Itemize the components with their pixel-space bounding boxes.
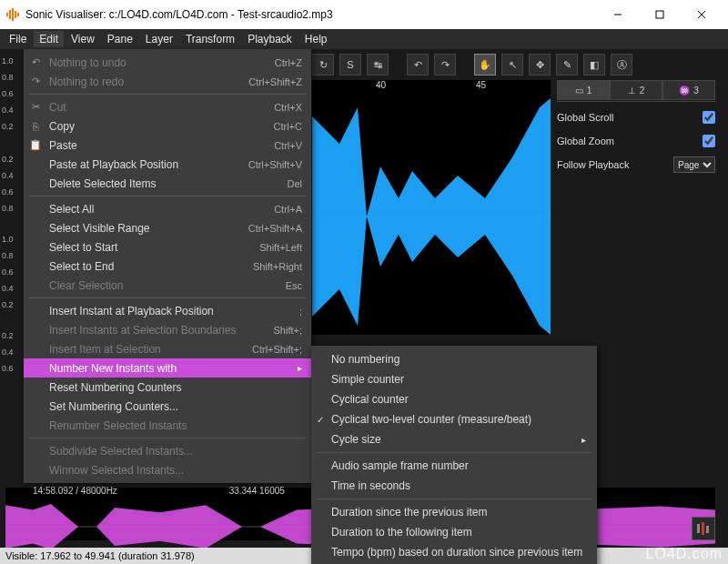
menu-item-label: Number New Instants with [49,362,177,375]
activity-indicator-icon [692,517,715,540]
svg-rect-0 [6,13,8,16]
edit-menu-item[interactable]: Reset Numbering Counters [24,378,311,397]
menu-item-label: Nothing to redo [49,76,124,88]
edit-menu-item[interactable]: Number New Instants with▸ [24,358,311,378]
submenu-arrow-icon: ▸ [581,435,586,445]
edit-menu-item[interactable]: Paste at Playback PositionCtrl+Shift+V [24,155,311,174]
submenu-item[interactable]: No numbering [311,349,597,369]
edit-menu-item[interactable]: Select AllCtrl+A [24,199,311,218]
edit-menu-item: ↷Nothing to redoCtrl+Shift+Z [24,72,311,91]
submenu-item[interactable]: Audio sample frame number [311,456,597,476]
menu-item-icon: ↷ [29,76,42,87]
edit-menu-item[interactable]: ⎘CopyCtrl+C [24,116,311,136]
menu-item-label: Select All [49,203,94,216]
measure-tool[interactable]: Ⓐ [611,54,632,76]
menu-view[interactable]: View [66,31,100,47]
prop-global-scroll-label: Global Scroll [557,112,613,123]
svg-marker-11 [312,217,367,326]
menu-item-shortcut: Ctrl+X [274,102,302,113]
edit-menu-item[interactable]: Set Numbering Counters... [24,397,311,416]
redo-button[interactable]: ↷ [434,54,456,76]
edit-menu-item: ↶Nothing to undoCtrl+Z [24,53,311,72]
undo-button[interactable]: ↶ [407,54,429,76]
erase-tool[interactable]: ◧ [583,54,605,76]
menu-file[interactable]: File [4,31,32,47]
edit-menu-item[interactable]: Select Visible RangeCtrl+Shift+A [24,218,311,237]
prop-global-scroll-checkbox[interactable] [703,111,715,124]
menu-item-label: Nothing to undo [49,56,126,69]
submenu-item[interactable]: ✓Cyclical two-level counter (measure/bea… [311,409,597,429]
submenu-arrow-icon: ▸ [298,363,302,373]
menu-item-shortcut: Del [287,178,302,189]
menu-item-icon: ⎘ [29,121,42,132]
menu-item-label: Insert Instant at Playback Position [49,305,214,317]
watermark: LO4D.com [646,546,723,562]
app-logo-icon [5,7,20,22]
loop-button[interactable]: ↻ [312,54,334,76]
submenu-item-label: Time in seconds [331,479,410,492]
align-button[interactable]: ↹ [367,54,389,76]
menu-item-shortcut: Ctrl+V [274,140,302,151]
layer-tabs: ▭ 1 ⊥ 2 ♒ 3 [557,80,715,102]
submenu-item[interactable]: Tempo (bpm) based on duration since prev… [311,542,597,562]
submenu-item[interactable]: Simple counter [311,369,597,389]
menu-playback[interactable]: Playback [242,31,298,47]
edit-menu-item[interactable]: Insert Instant at Playback Position; [24,301,311,320]
solo-button[interactable]: S [339,54,361,76]
submenu-item[interactable]: Cycle size▸ [311,429,597,449]
layer-tab-2[interactable]: ⊥ 2 [610,80,662,100]
menu-help[interactable]: Help [299,31,333,47]
svg-rect-6 [656,11,663,18]
submenu-item-label: Cyclical counter [331,393,409,406]
menu-layer[interactable]: Layer [140,31,178,47]
window-title: Sonic Visualiser: c:/LO4D.com/LO4D.com -… [25,8,597,21]
menu-item-shortcut: Shift+Left [259,242,302,253]
prop-global-zoom-checkbox[interactable] [703,135,715,147]
layer-tab-1[interactable]: ▭ 1 [557,80,610,100]
submenu-item-label: Simple counter [331,373,404,386]
edit-menu-item[interactable]: Select to EndShift+Right [24,257,311,276]
waveform-icon [312,80,551,335]
submenu-item-label: Duration since the previous item [331,506,487,519]
submenu-item-label: Duration to the following item [331,526,472,539]
edit-menu-item[interactable]: Delete Selected ItemsDel [24,174,311,193]
menu-pane[interactable]: Pane [102,31,138,47]
submenu-item[interactable]: Time in seconds [311,476,597,496]
edit-menu-item[interactable]: 📋PasteCtrl+V [24,136,311,155]
waveform-pane[interactable]: 40 45 [312,80,551,335]
title-bar: Sonic Visualiser: c:/LO4D.com/LO4D.com -… [0,0,728,29]
submenu-item[interactable]: Duration since the previous item [311,502,597,522]
menu-item-label: Set Numbering Counters... [49,400,178,413]
svg-rect-4 [17,13,19,16]
edit-menu-item: Subdivide Selected Instants... [24,441,311,460]
submenu-item[interactable]: Cyclical counter [311,389,597,409]
layer-tab-3[interactable]: ♒ 3 [662,80,715,100]
menu-item-icon: ✂ [29,101,42,113]
svg-rect-1 [9,10,11,19]
draw-tool[interactable]: ✎ [556,54,578,76]
svg-rect-2 [12,8,14,21]
svg-rect-23 [697,524,700,533]
maximize-button[interactable] [639,0,681,29]
svg-rect-25 [706,526,709,533]
menu-item-label: Winnow Selected Instants... [49,464,184,477]
edit-menu-item[interactable]: Select to StartShift+Left [24,237,311,257]
menu-item-shortcut: Ctrl+Shift+; [252,344,302,355]
menu-item-label: Renumber Selected Instants [49,419,187,432]
menu-edit[interactable]: Edit [34,31,64,47]
prop-follow-playback-select[interactable]: Page [673,156,715,173]
close-button[interactable] [681,0,723,29]
menu-transform[interactable]: Transform [180,31,240,47]
move-tool[interactable]: ✥ [529,54,551,76]
navigate-tool[interactable]: ✋ [474,54,496,76]
submenu-item-label: Cycle size [331,433,381,446]
submenu-item[interactable]: Duration to the following item [311,522,597,542]
time-tick: 45 [476,80,486,90]
menu-item-shortcut: Shift+Right [253,261,302,272]
menu-item-shortcut: Ctrl+Shift+V [248,159,302,170]
svg-marker-15 [5,504,78,527]
minimize-button[interactable] [597,0,639,29]
svg-marker-18 [96,527,242,549]
select-tool[interactable]: ↖ [501,54,523,76]
edit-menu-item: Insert Instants at Selection BoundariesS… [24,320,311,339]
